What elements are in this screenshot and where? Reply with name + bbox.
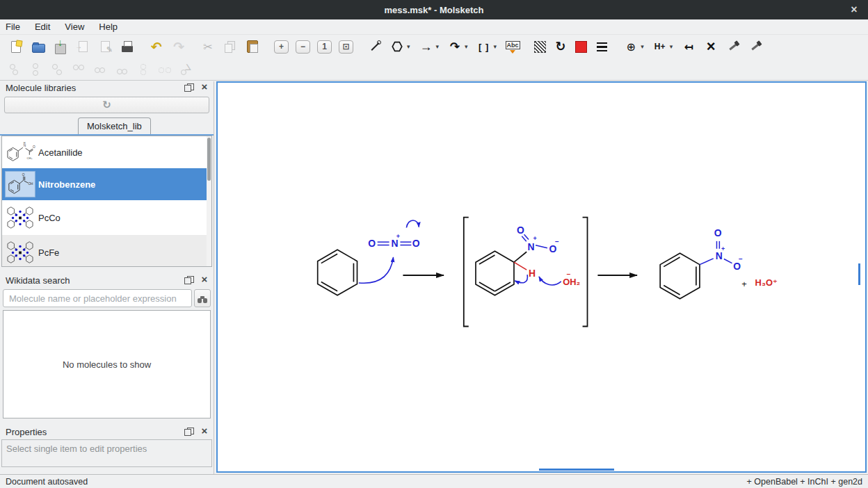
text-button[interactable] <box>504 38 522 56</box>
svg-text:H: H <box>24 142 26 145</box>
draw-button[interactable] <box>366 38 384 56</box>
wikidata-float-icon[interactable] <box>184 276 194 284</box>
undo-button[interactable] <box>147 38 166 56</box>
align-left-button[interactable] <box>92 61 108 78</box>
library-scrollbar[interactable] <box>207 136 211 266</box>
product-nitrobenzene[interactable]: O N O + − + H₃O⁺ <box>660 227 778 298</box>
svg-text:CH₃: CH₃ <box>27 156 33 160</box>
menu-edit[interactable]: Edit <box>35 22 50 32</box>
drawing-canvas[interactable]: O N O + <box>216 81 867 473</box>
align-bottom-button[interactable] <box>49 61 65 78</box>
arenium-intermediate[interactable]: O N O + − H OH₂ − <box>476 225 581 295</box>
dock-splitter-2[interactable] <box>0 418 214 425</box>
reactant-benzene[interactable] <box>318 250 357 295</box>
mechanism-arrow-ch-to-ring[interactable] <box>515 275 527 283</box>
hydrogen-dropdown-arrow[interactable]: ▾ <box>668 43 675 50</box>
export-button[interactable] <box>96 38 114 56</box>
library-item-acetanilide[interactable]: NHOCH₃Acetanilide <box>2 136 211 168</box>
align-right-button[interactable] <box>113 61 130 78</box>
reaction-arrow-button[interactable]: ▾ <box>417 38 442 56</box>
ring-dropdown-arrow[interactable]: ▾ <box>405 43 412 50</box>
zoom-in-button[interactable] <box>273 39 290 55</box>
set-angle-button[interactable] <box>178 61 195 78</box>
mechanism-tool-2-button[interactable] <box>746 38 764 56</box>
save-button[interactable] <box>51 38 70 56</box>
export-icon <box>97 39 113 54</box>
mechanism-arrow-button[interactable]: ▾ <box>446 38 471 56</box>
mechanism-tool-1-button[interactable] <box>724 38 742 56</box>
rotate-button[interactable] <box>552 38 570 56</box>
libraries-refresh-button[interactable]: ↻ <box>4 97 209 113</box>
svg-text:N: N <box>24 144 26 147</box>
library-item-nitrobenzene[interactable]: OOHNitrobenzene <box>2 168 211 200</box>
shrink-arrow-button[interactable] <box>680 38 698 56</box>
menu-help[interactable]: Help <box>99 22 118 32</box>
ring-icon <box>389 39 405 54</box>
product-o-charge: − <box>739 255 743 263</box>
zoom-original-icon <box>317 40 332 54</box>
libraries-panel-title: Molecule libraries <box>6 83 184 93</box>
charge-dropdown-arrow[interactable]: ▾ <box>639 43 645 50</box>
redo-button[interactable] <box>170 38 188 56</box>
hydrogen-button[interactable]: ▾ <box>651 38 676 56</box>
paste-button[interactable] <box>243 38 262 56</box>
zoom-fit-button[interactable] <box>337 39 355 55</box>
library-rows: NHOCH₃AcetanilideOOHNitrobenzenePcCoPcFe <box>2 136 211 267</box>
bracket-icon <box>476 39 492 54</box>
canvas-hscrollbar[interactable] <box>539 469 614 471</box>
window-close-icon[interactable]: × <box>847 3 861 17</box>
mechanism-arrow-benzene-to-nitronium[interactable] <box>359 257 394 283</box>
distribute-vertical-icon <box>158 63 172 76</box>
charge-button[interactable]: ▾ <box>622 38 647 56</box>
copy-button[interactable] <box>221 38 239 56</box>
reaction-arrow-dropdown-arrow[interactable]: ▾ <box>435 43 441 50</box>
menu-view[interactable]: View <box>65 22 84 32</box>
flip-vertical-button[interactable] <box>27 61 44 78</box>
library-item-pcco[interactable]: PcCo <box>2 200 211 235</box>
color-button[interactable] <box>574 40 588 54</box>
charge-icon <box>623 39 638 54</box>
distribute-horizontal-button[interactable] <box>135 61 152 78</box>
libraries-float-icon[interactable] <box>184 83 194 92</box>
distribute-vertical-button[interactable] <box>156 61 173 78</box>
cut-button[interactable] <box>199 38 217 56</box>
properties-close-icon[interactable]: × <box>200 427 209 437</box>
svg-text:O: O <box>33 145 35 149</box>
line-width-button[interactable] <box>593 38 611 56</box>
app-window: mess.msk* - Molsketch × File Edit View H… <box>0 0 868 488</box>
new-button[interactable] <box>7 38 25 56</box>
print-button[interactable] <box>118 38 136 56</box>
mechanism-arrow-water-to-h[interactable] <box>539 277 561 285</box>
bracket-button[interactable]: ▾ <box>475 38 500 56</box>
pcco-structure-thumbnail <box>2 204 38 231</box>
align-bottom-icon <box>50 63 64 76</box>
import-button[interactable] <box>74 38 92 56</box>
align-top-button[interactable] <box>70 61 87 78</box>
zoom-original-button[interactable] <box>316 39 333 55</box>
canvas-vscrollbar[interactable] <box>858 263 860 285</box>
bracket-dropdown-arrow[interactable]: ▾ <box>492 43 499 50</box>
open-button[interactable] <box>29 38 47 56</box>
library-item-pcfe[interactable]: PcFe <box>2 235 211 267</box>
ring-button[interactable]: ▾ <box>388 38 413 56</box>
wikidata-search-button[interactable] <box>194 289 211 307</box>
mechanism-arrow-dropdown-arrow[interactable]: ▾ <box>463 43 469 50</box>
line-width-icon <box>594 39 609 54</box>
rotate-icon <box>553 39 568 54</box>
libraries-close-icon[interactable]: × <box>200 83 209 92</box>
nitronium-ion[interactable]: O N O + <box>368 233 420 249</box>
tab-molsketch-lib[interactable]: Molsketch_lib <box>78 117 151 134</box>
dock-splitter-1[interactable] <box>0 267 214 274</box>
mechanism-arrow-nitronium-pi[interactable] <box>406 220 419 228</box>
wikidata-search-input[interactable] <box>3 289 192 307</box>
hatch-button[interactable] <box>533 40 547 54</box>
menu-file[interactable]: File <box>6 22 20 32</box>
zoom-out-button[interactable] <box>294 39 312 55</box>
properties-float-icon[interactable] <box>184 428 194 436</box>
flip-horizontal-button[interactable] <box>6 61 22 78</box>
molecule-library-list: NHOCH₃AcetanilideOOHNitrobenzenePcCoPcFe <box>1 136 212 267</box>
wikidata-close-icon[interactable]: × <box>200 275 209 285</box>
draw-icon <box>367 39 383 54</box>
delete-button[interactable] <box>702 38 720 56</box>
hydronium-label[interactable]: H₃O⁺ <box>755 277 778 288</box>
